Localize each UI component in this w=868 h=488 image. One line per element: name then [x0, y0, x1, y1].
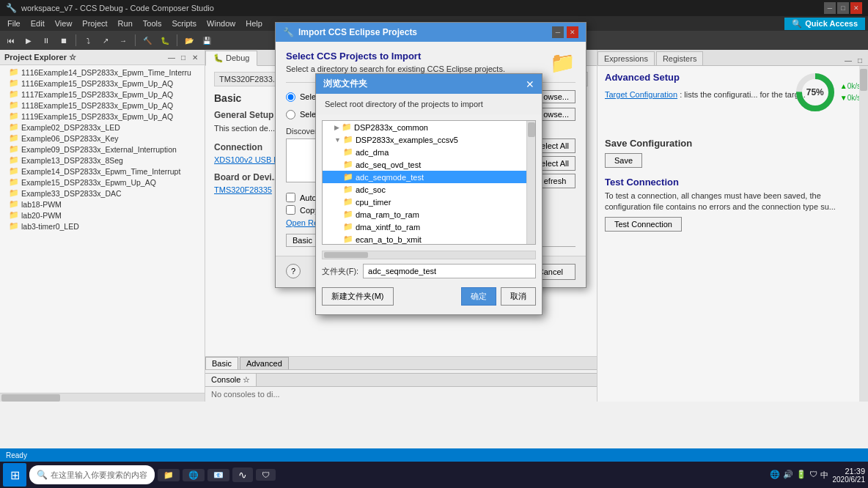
import-dialog-close[interactable]: ✕	[567, 26, 578, 38]
new-folder-button[interactable]: 新建文件夹(M)	[322, 287, 394, 306]
import-basic-tab[interactable]: Basic	[286, 234, 319, 246]
panel-minimize-btn[interactable]: —	[166, 52, 177, 62]
radio-select-dir[interactable]	[286, 92, 295, 102]
toolbar-btn-11[interactable]: 💾	[199, 32, 215, 48]
tree-item-7[interactable]: 📁 Example06_DSP2833x_Key	[0, 133, 205, 144]
menu-help[interactable]: Help	[241, 18, 267, 29]
fb-item-2[interactable]: ▼ 📁 DSP2833x_examples_ccsv5	[323, 133, 526, 146]
fb-item-8[interactable]: 📁 dma_ram_to_ram	[323, 208, 526, 221]
expressions-tab[interactable]: Expressions	[597, 51, 655, 65]
tree-item-11[interactable]: 📁 Example15_DSP2833x_Epwm_Up_AQ	[0, 177, 205, 188]
tree-item-15[interactable]: 📁 lab3-timer0_LED	[0, 221, 205, 232]
browse-btn-2[interactable]: owse...	[537, 108, 575, 121]
start-button[interactable]: ⊞	[3, 463, 26, 487]
toolbar-btn-6[interactable]: ↗	[98, 32, 114, 48]
close-button[interactable]: ✕	[850, 2, 862, 14]
tree-item-14[interactable]: 📁 lab20-PWM	[0, 210, 205, 221]
radio-select-archive[interactable]	[286, 110, 295, 119]
fb-cancel-button[interactable]: 取消	[501, 287, 536, 306]
fb-item-5[interactable]: 📁 adc_seqmode_test	[323, 171, 526, 183]
battery-icon[interactable]: 🔋	[796, 470, 806, 481]
fb-item-1[interactable]: ▶ 📁 DSP2833x_common	[323, 121, 526, 133]
file-browser-close[interactable]: ✕	[526, 78, 534, 90]
menu-file[interactable]: File	[3, 18, 25, 29]
tree-item-4[interactable]: 📁 1118Example15_DSP2833x_Epwm_Up_AQ	[0, 100, 205, 111]
input-icon[interactable]: 中	[820, 470, 828, 481]
advanced-tab[interactable]: Advanced	[240, 357, 289, 369]
menu-scripts[interactable]: Scripts	[167, 18, 201, 29]
tree-item-1[interactable]: 📁 1116Example14_DSP2833x_Epwm_Time_Inter…	[0, 67, 205, 78]
left-panel-hscrollbar[interactable]	[0, 393, 205, 402]
speed-down: ▼0k/s	[840, 92, 861, 104]
tree-item-12[interactable]: 📁 Example33_DSP2833x_DAC	[0, 188, 205, 199]
taskbar-matlab[interactable]: ∿	[232, 467, 253, 482]
fb-item-6[interactable]: 📁 adc_soc	[323, 183, 526, 196]
basic-tab[interactable]: Basic	[205, 357, 238, 369]
board-link[interactable]: TMS320F28335	[214, 185, 272, 194]
toolbar-btn-4[interactable]: ⏹	[56, 32, 72, 48]
menu-tools[interactable]: Tools	[139, 18, 166, 29]
toolbar-btn-8[interactable]: 🔨	[139, 32, 155, 48]
right-panel-scroll-thumb[interactable]	[860, 69, 867, 91]
maximize-button[interactable]: □	[837, 2, 849, 14]
file-browser-subtitle: Select root directory of the projects to…	[316, 94, 542, 114]
save-config-button[interactable]: Save	[605, 153, 642, 168]
taskbar-ccs[interactable]: 🛡	[256, 469, 276, 481]
fb-item-10[interactable]: 📁 ecan_a_to_b_xmit	[323, 233, 526, 244]
menu-window[interactable]: Window	[202, 18, 240, 29]
rp-maximize[interactable]: □	[855, 55, 865, 65]
menu-edit[interactable]: Edit	[26, 18, 49, 29]
test-connection-button[interactable]: Test Connection	[605, 217, 682, 232]
import-dialog-minimize[interactable]: ─	[552, 26, 564, 38]
menu-view[interactable]: View	[51, 18, 77, 29]
right-panel-scrollbar[interactable]	[859, 66, 868, 402]
volume-icon[interactable]: 🔊	[783, 470, 793, 481]
registers-tab[interactable]: Registers	[656, 51, 703, 65]
search-bar[interactable]: 🔍 在这里输入你要搜索的内容	[29, 465, 155, 484]
fb-item-4[interactable]: 📁 adc_seq_ovd_test	[323, 158, 526, 171]
fb-confirm-button[interactable]: 确定	[461, 287, 496, 306]
panel-maximize-btn[interactable]: □	[178, 52, 188, 62]
debug-tab[interactable]: 🐛 Debug	[205, 51, 257, 66]
fb-item-9[interactable]: 📁 dma_xintf_to_ram	[323, 221, 526, 233]
panel-close-btn[interactable]: ✕	[190, 52, 200, 62]
browse-btn-1[interactable]: owse...	[537, 90, 575, 103]
toolbar-btn-5[interactable]: ⤵	[80, 32, 96, 48]
toolbar-btn-7[interactable]: →	[115, 32, 131, 48]
toolbar-btn-1[interactable]: ⏮	[3, 32, 19, 48]
toolbar-btn-10[interactable]: 📂	[181, 32, 197, 48]
fb-item-7[interactable]: 📁 cpu_timer	[323, 196, 526, 208]
rp-minimize[interactable]: —	[843, 55, 853, 65]
taskbar-mail[interactable]: 📧	[207, 469, 229, 481]
network-icon[interactable]: 🌐	[770, 470, 780, 481]
menu-run[interactable]: Run	[114, 18, 137, 29]
console-tab[interactable]: Console ☆	[205, 374, 257, 386]
folder-icon-12: 📁	[9, 188, 19, 198]
shield-icon[interactable]: 🛡	[809, 470, 817, 481]
tree-item-9[interactable]: 📁 Example13_DSP2833x_8Seg	[0, 155, 205, 166]
tree-item-2[interactable]: 📁 1116Example15_DSP2833x_Epwm_Up_AQ	[0, 78, 205, 89]
auto-checkbox[interactable]	[286, 193, 295, 202]
tree-item-5[interactable]: 📁 1119Example15_DSP2833x_Epwm_Up_AQ	[0, 111, 205, 122]
target-config-link[interactable]: Target Configuration	[605, 90, 677, 99]
toolbar-btn-3[interactable]: ⏸	[38, 32, 54, 48]
fb-item-3[interactable]: 📁 adc_dma	[323, 146, 526, 158]
file-name-input[interactable]	[363, 264, 536, 278]
copy-checkbox[interactable]	[286, 205, 295, 215]
quick-access-banner[interactable]: 🔍 Quick Access	[784, 18, 865, 30]
taskbar-file-manager[interactable]: 📁	[158, 469, 180, 481]
title-bar-icon: 🔧	[6, 3, 17, 13]
help-button[interactable]: ?	[286, 264, 301, 278]
file-tree-hscrollbar[interactable]	[322, 251, 536, 259]
minimize-button[interactable]: ─	[824, 2, 836, 14]
tree-item-8[interactable]: 📁 Example09_DSP2833x_External_Interrupti…	[0, 144, 205, 155]
tree-item-13[interactable]: 📁 lab18-PWM	[0, 199, 205, 210]
toolbar-btn-2[interactable]: ▶	[21, 32, 37, 48]
tree-item-6[interactable]: 📁 Example02_DSP2833x_LED	[0, 122, 205, 133]
toolbar-btn-9[interactable]: 🐛	[157, 32, 173, 48]
tree-item-3[interactable]: 📁 1117Example15_DSP2833x_Epwm_Up_AQ	[0, 89, 205, 100]
taskbar-edge[interactable]: 🌐	[183, 469, 205, 481]
tree-item-10[interactable]: 📁 Example14_DSP2833x_Epwm_Time_Interrupt	[0, 166, 205, 177]
file-tree-scrollbar[interactable]	[526, 121, 535, 244]
menu-project[interactable]: Project	[78, 18, 111, 29]
